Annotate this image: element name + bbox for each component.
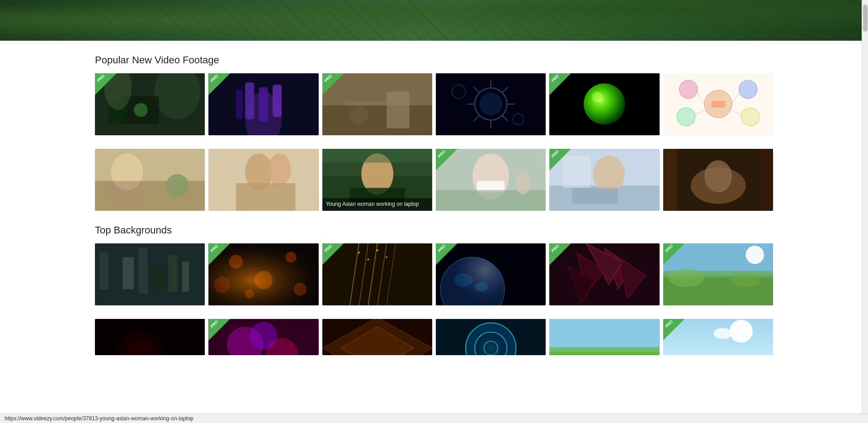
video-card-b1[interactable]: [95, 243, 205, 305]
svg-point-124: [250, 322, 278, 349]
svg-rect-72: [760, 149, 773, 211]
svg-point-35: [679, 80, 698, 99]
svg-point-37: [677, 108, 695, 126]
video-thumb-b8: [208, 319, 318, 355]
svg-rect-11: [236, 89, 243, 119]
svg-rect-14: [387, 92, 410, 128]
video-thumb-v5: [549, 73, 659, 135]
video-card-v11[interactable]: PRO: [549, 149, 659, 211]
video-thumb-b4: [436, 243, 546, 305]
section-title-backgrounds: Top Backgrounds: [95, 224, 773, 236]
video-thumb-b12: [663, 319, 773, 355]
svg-point-38: [741, 108, 760, 126]
video-card-v12[interactable]: [663, 149, 773, 211]
video-card-v7[interactable]: [95, 149, 205, 211]
video-card-b4[interactable]: PRO: [436, 243, 546, 305]
svg-rect-88: [208, 243, 318, 305]
svg-rect-13: [322, 105, 432, 135]
video-card-v10[interactable]: PRO: [436, 149, 546, 211]
video-card-v3[interactable]: PRO: [322, 73, 432, 135]
svg-rect-8: [245, 82, 254, 119]
video-caption-v9: Young Asian woman working on laptop: [322, 198, 432, 211]
svg-rect-47: [108, 181, 145, 204]
svg-point-115: [668, 269, 704, 287]
svg-point-3: [134, 103, 147, 117]
svg-point-15: [349, 105, 368, 124]
svg-point-137: [730, 319, 753, 342]
popular-video-row-1: PRO PRO: [95, 73, 773, 135]
svg-rect-78: [150, 266, 164, 289]
video-thumb-b3: [322, 243, 432, 305]
svg-point-32: [592, 92, 603, 103]
video-card-b8[interactable]: PRO: [208, 319, 318, 355]
video-thumb-b6: [663, 243, 773, 305]
video-card-v8[interactable]: [208, 149, 318, 211]
svg-rect-9: [259, 87, 268, 121]
video-card-v1[interactable]: PRO: [95, 73, 205, 135]
video-card-v2[interactable]: PRO: [208, 73, 318, 135]
video-card-b5[interactable]: PRO: [549, 243, 659, 305]
video-card-b11[interactable]: [549, 319, 659, 355]
svg-point-97: [376, 249, 378, 251]
video-thumb-v12: [663, 149, 773, 211]
video-thumb-v8: [208, 149, 318, 211]
video-card-v9[interactable]: Young Asian woman working on laptop: [322, 149, 432, 211]
svg-point-31: [584, 83, 625, 124]
video-card-b7[interactable]: [95, 319, 205, 355]
scrollbar-thumb[interactable]: [863, 5, 868, 32]
video-thumb-v3: [322, 73, 432, 135]
svg-rect-57: [322, 149, 432, 162]
svg-rect-61: [436, 190, 546, 211]
svg-point-65: [593, 156, 625, 192]
video-card-b6[interactable]: PRO: [663, 243, 773, 305]
svg-rect-77: [138, 248, 147, 294]
svg-point-95: [358, 252, 360, 253]
video-thumb-v6: [663, 73, 773, 135]
svg-rect-16: [345, 101, 391, 105]
video-thumb-b2: [208, 243, 318, 305]
svg-point-98: [386, 256, 387, 258]
video-thumb-b11: [549, 319, 659, 355]
popular-video-row-2: Young Asian woman working on laptop PRO: [95, 149, 773, 211]
svg-rect-10: [273, 85, 282, 117]
bg-row-2: PRO: [95, 319, 773, 355]
svg-rect-135: [549, 347, 659, 354]
svg-point-116: [730, 273, 762, 287]
svg-rect-67: [563, 156, 591, 188]
leaf-overlay: [0, 0, 868, 41]
video-card-v6[interactable]: [663, 73, 773, 135]
scrollbar[interactable]: [862, 0, 868, 355]
svg-rect-52: [236, 183, 296, 211]
section-title-popular: Popular New Video Footage: [95, 54, 773, 66]
video-card-b2[interactable]: PRO: [208, 243, 318, 305]
video-thumb-v11: [549, 149, 659, 211]
svg-rect-66: [572, 188, 618, 204]
video-thumb-b1: [95, 243, 205, 305]
video-card-b12[interactable]: PRO: [663, 319, 773, 355]
video-thumb-v1: [95, 73, 205, 135]
hero-banner: [0, 0, 868, 41]
svg-point-48: [166, 174, 189, 197]
video-card-v4[interactable]: [436, 73, 546, 135]
svg-point-138: [713, 328, 732, 339]
video-card-b9[interactable]: [322, 319, 432, 355]
video-card-b3[interactable]: PRO: [322, 243, 432, 305]
video-thumb-v2: [208, 73, 318, 135]
svg-rect-75: [113, 261, 120, 289]
svg-point-19: [479, 93, 502, 116]
svg-point-36: [739, 80, 757, 99]
video-thumb-b5: [549, 243, 659, 305]
video-card-v5[interactable]: PRO: [549, 73, 659, 135]
video-card-b10[interactable]: [436, 319, 546, 355]
main-content: Popular New Video Footage PRO: [86, 41, 782, 355]
svg-rect-74: [99, 252, 108, 289]
video-thumb-v10: [436, 149, 546, 211]
svg-point-113: [745, 246, 764, 264]
svg-rect-79: [168, 255, 177, 291]
svg-rect-43: [711, 101, 725, 108]
svg-point-70: [704, 160, 732, 192]
video-thumb-b10: [436, 319, 546, 355]
video-thumb-b9: [322, 319, 432, 355]
svg-point-62: [516, 172, 529, 195]
svg-rect-71: [663, 149, 677, 211]
